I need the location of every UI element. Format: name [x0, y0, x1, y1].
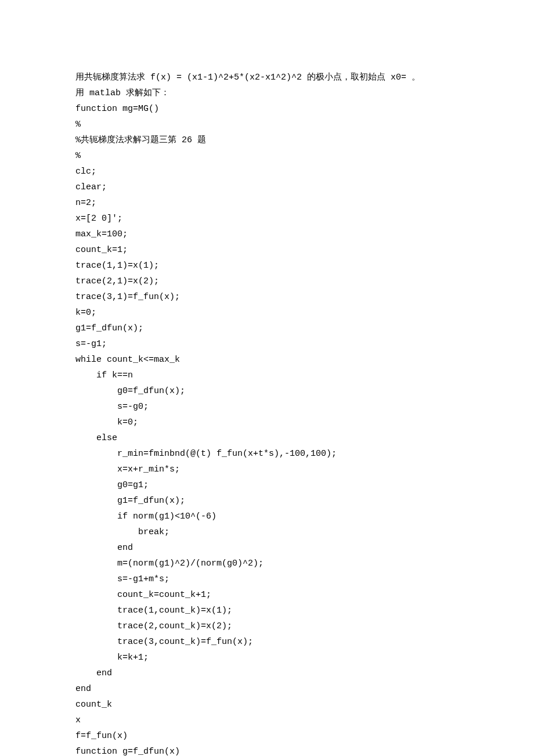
code-line: if norm(g1)<10^(-6)	[75, 509, 459, 524]
code-line: trace(2,1)=x(2);	[75, 273, 459, 289]
code-line: k=k+1;	[75, 650, 459, 665]
code-line: trace(3,count_k)=f_fun(x);	[75, 634, 459, 650]
code-line: x=[2 0]';	[75, 211, 459, 226]
code-line: trace(1,count_k)=x(1);	[75, 603, 459, 618]
code-line: trace(2,count_k)=x(2);	[75, 618, 459, 634]
code-line: g0=g1;	[75, 477, 459, 493]
code-line: count_k	[75, 697, 459, 712]
code-line: g0=f_dfun(x);	[75, 383, 459, 399]
code-line: trace(1,1)=x(1);	[75, 258, 459, 273]
code-line: 用共轭梯度算法求 f(x) = (x1-1)^2+5*(x2-x1^2)^2 的…	[75, 70, 459, 85]
code-line: k=0;	[75, 305, 459, 321]
code-line: x	[75, 712, 459, 728]
code-line: r_min=fminbnd(@(t) f_fun(x+t*s),-100,100…	[75, 446, 459, 462]
code-line: f=f_fun(x)	[75, 728, 459, 744]
document-page: 用共轭梯度算法求 f(x) = (x1-1)^2+5*(x2-x1^2)^2 的…	[0, 0, 534, 756]
code-line: x=x+r_min*s;	[75, 462, 459, 477]
code-line: %	[75, 148, 459, 164]
code-line: function g=f_dfun(x)	[75, 744, 459, 756]
code-line: m=(norm(g1)^2)/(norm(g0)^2);	[75, 556, 459, 571]
code-line: break;	[75, 524, 459, 540]
code-line: clc;	[75, 164, 459, 179]
code-line: while count_k<=max_k	[75, 352, 459, 368]
code-line: s=-g1+m*s;	[75, 571, 459, 587]
code-line: if k==n	[75, 368, 459, 383]
code-line: max_k=100;	[75, 226, 459, 242]
code-line: else	[75, 430, 459, 446]
code-line: count_k=count_k+1;	[75, 587, 459, 603]
code-line: trace(3,1)=f_fun(x);	[75, 289, 459, 305]
code-line: g1=f_dfun(x);	[75, 493, 459, 509]
code-line: k=0;	[75, 415, 459, 430]
code-line: n=2;	[75, 195, 459, 211]
code-line: g1=f_dfun(x);	[75, 321, 459, 336]
code-line: %共轭梯度法求解习题三第 26 题	[75, 132, 459, 148]
code-line: end	[75, 681, 459, 697]
code-line: %	[75, 117, 459, 132]
code-line: clear;	[75, 179, 459, 195]
code-line: end	[75, 540, 459, 556]
code-line: count_k=1;	[75, 242, 459, 258]
code-line: function mg=MG()	[75, 101, 459, 117]
code-line: 用 matlab 求解如下：	[75, 85, 459, 101]
code-line: end	[75, 665, 459, 681]
code-line: s=-g1;	[75, 336, 459, 352]
code-line: s=-g0;	[75, 399, 459, 415]
